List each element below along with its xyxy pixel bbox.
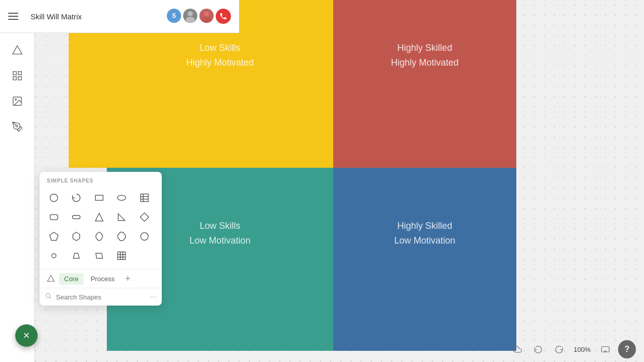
shapes-grid [40, 187, 162, 269]
collaborators: S [167, 9, 231, 24]
shape-trapezoid[interactable] [67, 247, 85, 265]
shapes-panel: SIMPLE SHAPES [40, 172, 162, 306]
q-bl-line2: Low Motivation [189, 233, 250, 248]
svg-marker-22 [119, 214, 125, 220]
shapes-section-title: SIMPLE SHAPES [40, 172, 162, 187]
shape-octagon[interactable] [112, 227, 131, 246]
menu-button[interactable] [8, 8, 24, 24]
shapes-tabs: Core Process + [40, 269, 162, 288]
cloud-save-button[interactable] [510, 341, 525, 357]
shape-circle-thin[interactable] [135, 227, 154, 246]
shape-ellipse[interactable] [112, 189, 131, 207]
svg-point-0 [188, 11, 193, 16]
svg-point-10 [15, 99, 16, 100]
q-bl-line1: Low Skills [199, 219, 240, 233]
svg-point-1 [186, 17, 195, 23]
svg-marker-29 [74, 253, 80, 258]
svg-marker-21 [95, 214, 103, 221]
sidebar-item-image[interactable] [6, 90, 28, 112]
search-shapes-input[interactable] [56, 293, 146, 301]
avatar-b[interactable] [183, 9, 197, 23]
quadrant-top-right: Highly Skilled Highly Motivated [333, 0, 516, 168]
shape-rectangle[interactable] [90, 189, 108, 207]
redo-button[interactable] [551, 341, 567, 357]
svg-point-27 [140, 233, 148, 240]
svg-point-11 [16, 125, 18, 127]
call-button[interactable] [216, 9, 231, 24]
svg-marker-30 [96, 253, 102, 258]
quadrant-bottom-right: Highly Skilled Low Motivation [333, 168, 516, 351]
svg-rect-15 [140, 194, 148, 202]
svg-rect-31 [118, 252, 126, 260]
q-tr-line2: Highly Motivated [391, 55, 458, 70]
shapes-tab-icon[interactable] [45, 273, 57, 285]
shape-diamond[interactable] [135, 208, 154, 226]
q-br-line2: Low Motivation [394, 233, 455, 248]
header: Skill Will Matrix S [0, 0, 239, 33]
shape-pentagon[interactable] [45, 227, 63, 246]
shape-rounded-hexagon[interactable] [90, 227, 108, 246]
svg-rect-7 [13, 77, 16, 80]
svg-marker-26 [118, 232, 126, 241]
svg-point-3 [202, 17, 211, 23]
sidebar-item-draw[interactable] [6, 115, 28, 138]
shape-table[interactable] [135, 189, 154, 207]
avatar-r[interactable] [199, 9, 214, 23]
svg-rect-20 [73, 216, 80, 219]
shape-triangle[interactable] [90, 208, 108, 226]
sidebar-item-shapes[interactable] [6, 39, 28, 62]
left-sidebar [0, 33, 35, 362]
svg-point-12 [50, 194, 58, 202]
svg-rect-19 [50, 215, 58, 220]
q-tl-line1: Low Skills [199, 41, 240, 55]
q-tr-line1: Highly Skilled [397, 41, 452, 55]
q-br-line1: Highly Skilled [397, 219, 452, 233]
keyboard-shortcut-button[interactable] [597, 341, 613, 357]
tab-add-button[interactable]: + [122, 273, 134, 285]
close-fab[interactable]: × [15, 324, 38, 347]
help-button[interactable]: ? [618, 340, 636, 358]
svg-point-2 [204, 11, 209, 16]
zoom-level: 100% [572, 346, 592, 353]
document-title: Skill Will Matrix [31, 12, 82, 21]
shape-pill[interactable] [67, 208, 85, 226]
svg-marker-25 [73, 232, 80, 241]
sidebar-item-grid[interactable] [6, 65, 28, 87]
search-icon [45, 292, 52, 301]
shape-small-circle[interactable] [45, 247, 63, 265]
svg-marker-24 [50, 232, 58, 240]
search-more-button[interactable]: ··· [150, 292, 157, 301]
shape-right-triangle[interactable] [112, 208, 131, 226]
shape-hexagon[interactable] [67, 227, 85, 246]
svg-rect-6 [18, 72, 21, 75]
svg-marker-36 [47, 275, 54, 281]
svg-rect-13 [95, 195, 103, 200]
svg-marker-4 [12, 46, 21, 54]
undo-button[interactable] [531, 341, 546, 357]
tab-process[interactable]: Process [85, 273, 120, 285]
shapes-search-bar: ··· [40, 288, 162, 306]
shape-parallelogram[interactable] [90, 247, 108, 265]
svg-point-37 [46, 293, 50, 297]
q-tl-line2: Highly Motivated [186, 55, 254, 70]
svg-rect-8 [18, 77, 21, 80]
shape-circle[interactable] [45, 189, 63, 207]
shape-rounded-rect[interactable] [45, 208, 63, 226]
shape-grid[interactable] [112, 247, 131, 265]
svg-point-14 [118, 195, 126, 200]
tab-core[interactable]: Core [59, 273, 83, 285]
svg-marker-23 [140, 213, 149, 222]
avatar-s[interactable]: S [167, 9, 181, 23]
bottom-bar: 100% ? [502, 337, 644, 362]
svg-rect-5 [13, 72, 16, 75]
svg-point-28 [52, 254, 56, 258]
shape-arc[interactable] [67, 189, 85, 207]
